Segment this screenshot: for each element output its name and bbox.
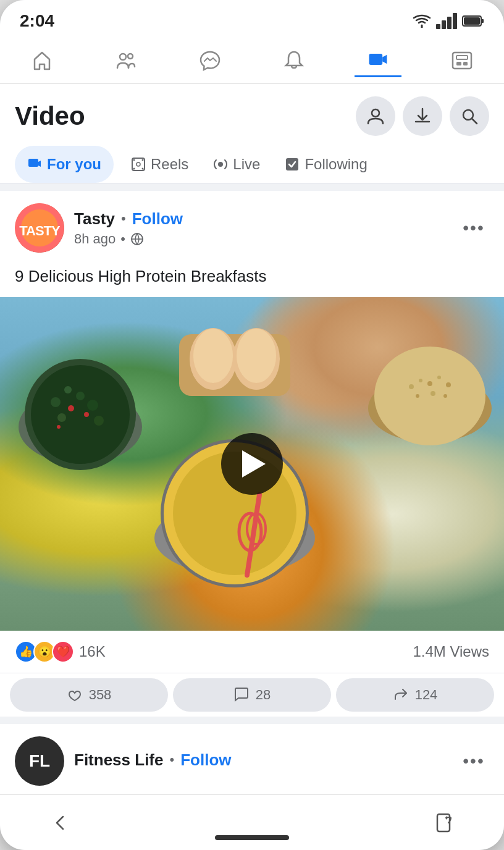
svg-point-33 <box>94 416 104 426</box>
tab-live[interactable]: Live <box>201 146 272 183</box>
meta-dot: • <box>120 231 125 247</box>
action-buttons: 358 28 124 <box>0 673 504 717</box>
status-bar: 2:04 <box>0 0 504 37</box>
play-icon <box>242 450 266 478</box>
profile-button[interactable] <box>356 96 395 136</box>
eggs-bowl <box>173 309 296 408</box>
reaction-emojis: 👍 😮 ❤️ <box>15 641 74 663</box>
header-actions <box>356 96 489 136</box>
svg-point-46 <box>427 381 432 386</box>
svg-point-51 <box>443 394 447 398</box>
post-header: TASTY Tasty • Follow 8h ago • <box>0 191 504 265</box>
svg-point-4 <box>128 54 133 59</box>
svg-point-18 <box>142 168 144 170</box>
svg-rect-12 <box>28 159 38 167</box>
herbs-bowl <box>12 347 148 482</box>
svg-rect-2 <box>464 17 480 25</box>
tab-for-you[interactable]: For you <box>15 146 114 183</box>
svg-rect-6 <box>453 53 471 69</box>
svg-point-48 <box>446 382 451 387</box>
svg-point-27 <box>31 365 130 464</box>
svg-point-49 <box>416 394 419 398</box>
views-count: 1.4M Views <box>413 643 489 660</box>
svg-point-17 <box>133 168 135 170</box>
share-button[interactable]: 124 <box>336 678 494 712</box>
svg-rect-9 <box>463 62 468 65</box>
svg-text:TASTY: TASTY <box>19 223 61 238</box>
post-author: Tasty <box>74 209 115 229</box>
play-button[interactable] <box>221 433 283 495</box>
svg-rect-5 <box>369 54 383 65</box>
svg-point-35 <box>84 412 89 417</box>
nav-messenger[interactable] <box>187 44 233 77</box>
video-header-top: Video <box>15 96 489 136</box>
nav-notifications[interactable] <box>271 44 317 77</box>
video-header: Video <box>0 84 504 183</box>
second-avatar: FL <box>15 736 64 786</box>
bottom-nav <box>0 794 504 850</box>
second-avatar-initials: FL <box>29 751 50 771</box>
svg-point-36 <box>57 425 61 429</box>
dot-separator: • <box>121 211 126 227</box>
avatar: TASTY <box>15 203 64 253</box>
post-title: 9 Delicious High Protein Breakfasts <box>0 265 504 297</box>
more-options-button[interactable]: ••• <box>458 212 489 243</box>
nav-video[interactable] <box>355 43 401 77</box>
signal-icon <box>436 13 457 29</box>
home-indicator[interactable] <box>215 835 289 840</box>
second-post-header: FL Fitness Life • Follow ••• <box>15 736 489 786</box>
svg-point-19 <box>218 162 223 167</box>
svg-rect-7 <box>456 56 468 59</box>
svg-rect-8 <box>456 62 461 65</box>
back-button[interactable] <box>49 812 72 834</box>
second-dot-separator: • <box>169 752 174 768</box>
nav-menu[interactable] <box>439 44 485 77</box>
battery-icon <box>462 15 484 27</box>
second-post-name-row: Fitness Life • Follow <box>74 751 458 770</box>
svg-point-39 <box>193 329 233 383</box>
svg-rect-20 <box>286 158 298 170</box>
post-meta: 8h ago • <box>74 231 458 247</box>
svg-point-44 <box>409 384 414 389</box>
grain-bowl <box>362 334 498 458</box>
download-button[interactable] <box>403 96 442 136</box>
heart-emoji: ❤️ <box>52 641 74 663</box>
video-thumbnail[interactable] <box>0 297 504 631</box>
second-more-options-button[interactable]: ••• <box>458 746 489 776</box>
second-post-info: Fitness Life • Follow <box>74 751 458 772</box>
tab-following[interactable]: Following <box>272 146 379 183</box>
like-button[interactable]: 358 <box>10 678 168 712</box>
svg-point-43 <box>374 347 485 445</box>
status-time: 2:04 <box>20 11 54 31</box>
second-follow-button[interactable]: Follow <box>180 751 231 770</box>
svg-point-45 <box>419 379 422 382</box>
svg-point-16 <box>142 159 144 161</box>
svg-point-32 <box>57 413 66 422</box>
svg-point-3 <box>120 54 126 60</box>
svg-point-15 <box>133 159 135 161</box>
post-card: TASTY Tasty • Follow 8h ago • <box>0 191 504 717</box>
post-info: Tasty • Follow 8h ago • <box>74 209 458 247</box>
nav-friends[interactable] <box>103 44 149 77</box>
reactions-row: 👍 😮 ❤️ 16K 1.4M Views <box>0 631 504 673</box>
post-time: 8h ago <box>74 231 116 247</box>
svg-point-31 <box>87 400 98 411</box>
search-button[interactable] <box>450 96 489 136</box>
share-count: 124 <box>415 687 438 703</box>
rotate-button[interactable] <box>432 812 455 834</box>
tabs-row: For you Reels Live <box>15 146 489 183</box>
svg-rect-1 <box>481 19 484 23</box>
svg-point-29 <box>64 386 72 393</box>
second-post-card: FL Fitness Life • Follow ••• <box>0 724 504 798</box>
avatar-image: TASTY <box>15 203 64 253</box>
page-title: Video <box>15 101 85 131</box>
svg-point-47 <box>437 376 441 379</box>
nav-home[interactable] <box>19 44 65 77</box>
svg-point-14 <box>136 162 140 166</box>
wifi-icon <box>413 14 431 28</box>
svg-point-50 <box>430 391 435 396</box>
follow-button[interactable]: Follow <box>132 209 183 229</box>
tab-reels[interactable]: Reels <box>119 146 201 183</box>
svg-point-28 <box>51 397 61 407</box>
comment-button[interactable]: 28 <box>173 678 331 712</box>
